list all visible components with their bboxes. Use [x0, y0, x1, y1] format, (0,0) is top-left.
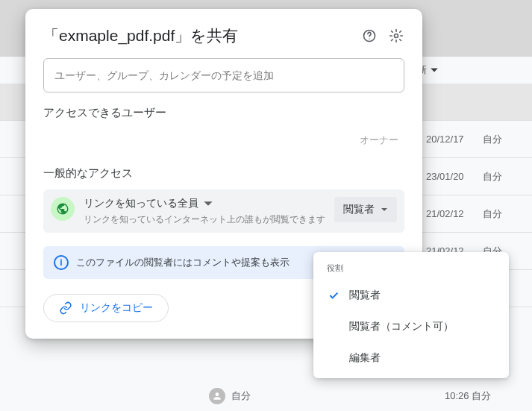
bg-bottom-time: 10:26 自分	[445, 389, 491, 403]
role-menu-item-label: 閲覧者	[349, 289, 381, 302]
gear-icon	[389, 28, 404, 43]
role-button-label: 閲覧者	[343, 203, 375, 216]
link-scope-label: リンクを知っている全員	[84, 197, 198, 210]
link-scope-dropdown[interactable]: リンクを知っている全員	[84, 197, 325, 210]
link-scope-description: リンクを知っているインターネット上の誰もが閲覧できます	[84, 213, 325, 225]
caret-down-icon	[381, 206, 388, 213]
caret-down-icon	[203, 198, 213, 209]
svg-point-2	[395, 34, 398, 38]
role-menu-header: 役割	[313, 260, 509, 280]
help-button[interactable]	[361, 28, 378, 44]
dialog-header: 「exmaple_pdf.pdf」を共有	[43, 25, 404, 46]
svg-point-1	[369, 39, 369, 40]
row-date: 20/12/17	[426, 134, 475, 145]
help-icon	[362, 28, 377, 43]
row-owner: 自分	[483, 133, 502, 146]
settings-button[interactable]	[388, 28, 404, 44]
bg-bottom-who: 自分	[231, 389, 251, 403]
general-access-row: リンクを知っている全員 リンクを知っているインターネット上の誰もが閲覧できます …	[43, 189, 404, 233]
info-icon: i	[54, 255, 69, 270]
role-menu-item[interactable]: 編集者	[313, 342, 509, 374]
public-link-icon	[51, 197, 75, 221]
dialog-title: 「exmaple_pdf.pdf」を共有	[43, 25, 238, 46]
general-access-label: 一般的なアクセス	[43, 166, 404, 181]
info-banner-text: このファイルの閲覧者にはコメントや提案も表示	[76, 256, 290, 269]
access-section-label: アクセスできるユーザー	[43, 106, 404, 120]
row-owner: 自分	[483, 170, 502, 183]
copy-link-button[interactable]: リンクをコピー	[43, 294, 169, 322]
role-menu-item[interactable]: 閲覧者（コメント可）	[313, 311, 509, 342]
copy-link-label: リンクをコピー	[80, 301, 153, 315]
role-menu-item-label: 閲覧者（コメント可）	[349, 320, 454, 333]
role-menu-item[interactable]: 閲覧者	[313, 280, 509, 311]
role-dropdown-button[interactable]: 閲覧者	[334, 197, 397, 222]
role-menu-item-label: 編集者	[349, 351, 381, 365]
owner-row: オーナー	[43, 129, 404, 163]
bg-bottom-row: 自分 10:26 自分	[0, 381, 532, 411]
avatar-icon	[209, 388, 225, 404]
row-owner: 自分	[483, 207, 502, 221]
role-menu: 役割 閲覧者閲覧者（コメント可）編集者	[313, 252, 509, 378]
link-icon	[59, 301, 72, 315]
role-menu-items: 閲覧者閲覧者（コメント可）編集者	[313, 280, 509, 374]
owner-role-label: オーナー	[360, 134, 398, 147]
check-icon	[327, 289, 340, 301]
row-date: 23/01/20	[426, 171, 475, 182]
row-date: 21/02/12	[426, 208, 475, 219]
add-people-input[interactable]	[43, 58, 404, 92]
caret-down-icon	[430, 66, 439, 75]
